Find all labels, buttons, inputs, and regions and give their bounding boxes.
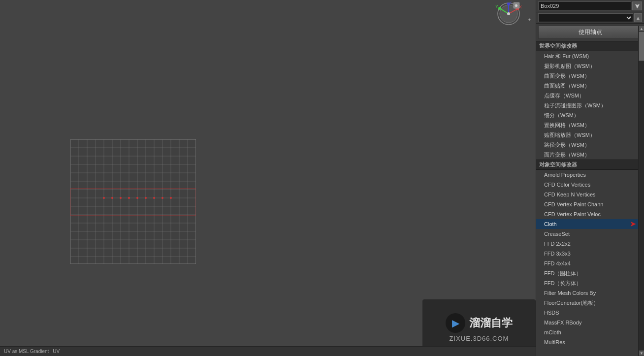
- svg-text:⊕: ⊕: [515, 3, 518, 8]
- scrollbar[interactable]: ▲ ▼: [638, 26, 644, 356]
- svg-point-31: [111, 197, 113, 199]
- cloth-label: Cloth: [544, 220, 629, 228]
- osm-item-4[interactable]: CFD Vertex Paint Chann: [536, 199, 644, 209]
- wsm-item-1[interactable]: Hair 和 Fur (WSM): [536, 51, 644, 61]
- viewport-label: +: [528, 17, 531, 22]
- svg-point-30: [103, 197, 105, 199]
- modifier-dropdown[interactable]: [538, 13, 633, 22]
- svg-point-34: [136, 197, 138, 199]
- osm-item-3[interactable]: CFD Keep N Vertices: [536, 190, 644, 199]
- svg-text:Y: Y: [495, 4, 498, 9]
- arrow-icon: ➤: [630, 220, 636, 228]
- osm-item-12[interactable]: FFD（长方体）: [536, 278, 644, 288]
- wsm-item-5[interactable]: 点缓存（WSM）: [536, 91, 644, 100]
- osm-item-10[interactable]: FFD 4x4x4: [536, 259, 644, 268]
- scroll-up-btn[interactable]: ▲: [634, 13, 642, 22]
- svg-point-38: [170, 197, 172, 199]
- wsm-item-11[interactable]: 面片变形（WSM）: [536, 150, 644, 160]
- wsm-item-9[interactable]: 贴图缩放器（WSM）: [536, 130, 644, 140]
- scroll-thumb[interactable]: [639, 32, 644, 61]
- osm-item-7[interactable]: CreaseSet: [536, 229, 644, 239]
- use-pivot-button[interactable]: 使用轴点: [538, 26, 642, 39]
- play-icon: ▶: [452, 317, 459, 329]
- osm-item-17[interactable]: mCloth: [536, 327, 644, 337]
- object-name-input[interactable]: [538, 1, 631, 10]
- osm-item-cloth[interactable]: Cloth ➤: [536, 219, 644, 229]
- object-name-row: ⮟: [536, 0, 644, 12]
- right-panel: ⮟ ▲ 使用轴点 世界空间修改器 Hair 和 Fur (WSM) 摄影机贴图（…: [536, 0, 644, 356]
- osm-item-1[interactable]: Arnold Properties: [536, 170, 644, 180]
- wsm-item-2[interactable]: 摄影机贴图（WSM）: [536, 61, 644, 71]
- osm-section-header: 对象空间修改器: [536, 160, 644, 170]
- osm-item-9[interactable]: FFD 3x3x3: [536, 249, 644, 259]
- compass-svg: X Y Z ⊕: [489, 1, 528, 26]
- osm-item-16[interactable]: MassFX RBody: [536, 318, 644, 327]
- wsm-item-3[interactable]: 曲面变形（WSM）: [536, 71, 644, 81]
- svg-rect-0: [70, 139, 196, 264]
- grid-mesh: [70, 139, 196, 264]
- scroll-down-arrow[interactable]: ▼: [639, 350, 644, 356]
- dropdown-row: ▲: [536, 12, 644, 24]
- svg-point-32: [120, 197, 122, 199]
- svg-point-36: [153, 197, 155, 199]
- svg-point-37: [161, 197, 163, 199]
- osm-item-18[interactable]: MultiRes: [536, 337, 644, 347]
- svg-point-50: [507, 12, 510, 15]
- status-text-2: UV: [53, 349, 60, 354]
- wsm-item-4[interactable]: 曲面贴图（WSM）: [536, 81, 644, 91]
- watermark-title: 溜溜自学: [469, 316, 513, 330]
- wsm-item-7[interactable]: 细分（WSM）: [536, 110, 644, 120]
- osm-item-15[interactable]: HSDS: [536, 308, 644, 318]
- watermark-url: ZIXUE.3D66.COM: [450, 335, 509, 342]
- svg-point-44: [498, 7, 501, 10]
- wsm-section-header: 世界空间修改器: [536, 41, 644, 51]
- svg-point-33: [128, 197, 130, 199]
- wsm-item-10[interactable]: 路径变形（WSM）: [536, 140, 644, 150]
- wsm-item-6[interactable]: 粒子流碰撞图形（WSM）: [536, 100, 644, 110]
- svg-text:Z: Z: [510, 1, 513, 4]
- scroll-up-arrow[interactable]: ▲: [639, 26, 644, 32]
- osm-item-13[interactable]: Filter Mesh Colors By: [536, 288, 644, 298]
- osm-item-8[interactable]: FFD 2x2x2: [536, 239, 644, 249]
- bottom-statusbar: UV as MSL Gradient UV: [0, 346, 536, 356]
- compass-widget: X Y Z ⊕ +: [486, 0, 531, 27]
- status-text: UV as MSL Gradient: [4, 349, 49, 354]
- watermark-play-icon: ▶: [446, 313, 465, 333]
- osm-item-5[interactable]: CFD Vertex Paint Veloc: [536, 209, 644, 219]
- wsm-item-8[interactable]: 置换网格（WSM）: [536, 120, 644, 130]
- osm-item-14[interactable]: FloorGenerator(地板）: [536, 298, 644, 308]
- use-pivot-container: 使用轴点: [536, 24, 644, 41]
- osm-item-2[interactable]: CFD Color Vertices: [536, 180, 644, 190]
- grid-container: [70, 139, 196, 264]
- object-name-btn[interactable]: ⮟: [632, 1, 642, 10]
- svg-point-35: [145, 197, 147, 199]
- osm-item-11[interactable]: FFD（圆柱体）: [536, 268, 644, 278]
